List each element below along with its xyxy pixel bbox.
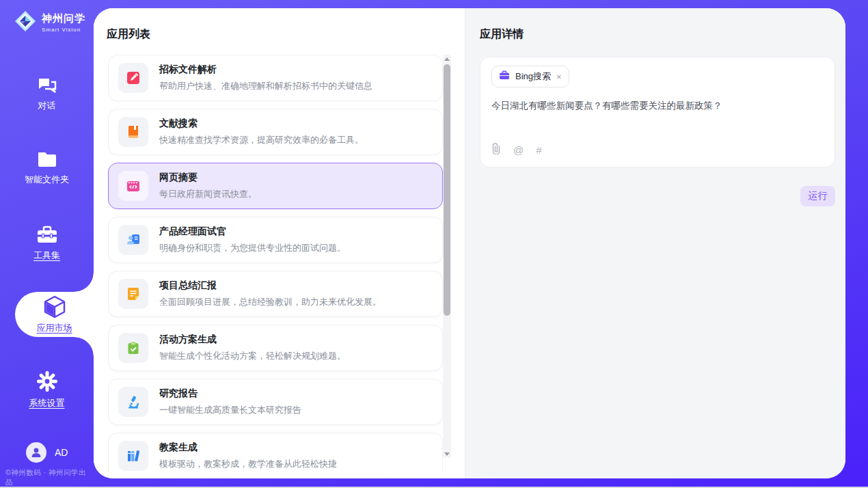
app-item-title: 产品经理面试官 xyxy=(159,226,346,238)
app-item-web-summary[interactable]: 网页摘要 每日政府新闻资讯快查。 xyxy=(108,163,443,209)
at-icon[interactable]: @ xyxy=(513,144,524,156)
sidebar-item-app-market[interactable]: 应用市场 xyxy=(15,292,94,337)
briefcase-icon xyxy=(499,70,510,83)
app-item-desc: 帮助用户快速、准确地理解和解析招标书中的关键信息 xyxy=(159,80,372,92)
attachment-toolbar: @ # xyxy=(491,143,542,157)
note-icon xyxy=(118,279,148,309)
microscope-icon xyxy=(118,387,148,417)
sidebar-item-label: 对话 xyxy=(0,100,94,112)
main-content: 应用列表 招标文件解析 帮助用户快速、准确地理解和解析招标书中的关键信息 xyxy=(94,8,845,478)
prompt-text[interactable]: 今日湖北有哪些新闻要点？有哪些需要关注的最新政策？ xyxy=(491,100,824,112)
app-list-panel: 应用列表 招标文件解析 帮助用户快速、准确地理解和解析招标书中的关键信息 xyxy=(94,8,465,478)
tool-chip-bing-search[interactable]: Bing搜索 × xyxy=(491,66,569,87)
app-item-title: 活动方案生成 xyxy=(159,334,346,346)
clipboard-check-icon xyxy=(118,333,148,363)
app-item-title: 研究报告 xyxy=(159,388,301,400)
app-list-scrollbar[interactable] xyxy=(443,55,451,458)
books-icon xyxy=(118,441,148,471)
book-icon xyxy=(118,117,148,147)
app-item-desc: 智能生成个性化活动方案，轻松解决规划难题。 xyxy=(159,350,346,362)
run-button[interactable]: 运行 xyxy=(800,186,835,206)
app-detail-title: 应用详情 xyxy=(480,27,524,42)
app-item-lesson-plan[interactable]: 教案生成 模板驱动，教案秒成，教学准备从此轻松快捷 xyxy=(108,433,443,472)
sidebar: 神州问学 Smart Vision 对话 智能文件夹 xyxy=(0,0,94,488)
avatar xyxy=(26,442,46,463)
app-item-desc: 全面回顾项目进展，总结经验教训，助力未来优化发展。 xyxy=(159,296,381,308)
app-item-pm-interviewer[interactable]: 产品经理面试官 明确身份和职责，为您提供专业性的面试问题。 xyxy=(108,217,443,263)
app-item-bid-document-parse[interactable]: 招标文件解析 帮助用户快速、准确地理解和解析招标书中的关键信息 xyxy=(108,55,443,101)
sidebar-item-chat[interactable]: 对话 xyxy=(0,77,94,112)
app-item-desc: 每日政府新闻资讯快查。 xyxy=(159,188,257,200)
copyright-text: ©神州数码 · 神州问学出品 xyxy=(5,468,94,487)
app-window: { "brand": { "name": "神州问学", "subtitle":… xyxy=(0,0,868,488)
app-item-title: 项目总结汇报 xyxy=(159,280,381,292)
app-item-title: 教案生成 xyxy=(159,442,337,454)
app-item-title: 文献搜索 xyxy=(159,118,364,130)
scroll-down-icon[interactable] xyxy=(443,450,451,458)
pen-square-icon xyxy=(118,63,148,93)
sidebar-item-toolset[interactable]: 工具集 xyxy=(0,226,94,262)
chat-icon xyxy=(0,77,94,94)
browser-code-icon xyxy=(118,171,148,201)
app-item-research-report[interactable]: 研究报告 一键智能生成高质量长文本研究报告 xyxy=(108,379,443,425)
app-detail-panel: 应用详情 Bing搜索 × 今日湖北有哪些新闻要点？有哪些需要关注的最新政策？ xyxy=(465,8,845,478)
close-icon[interactable]: × xyxy=(556,72,562,81)
sidebar-item-label: 工具集 xyxy=(0,249,94,262)
logo-diamond-icon xyxy=(14,10,37,36)
sidebar-item-label: 智能文件夹 xyxy=(0,174,94,186)
app-item-literature-search[interactable]: 文献搜索 快速精准查找学术资源，提高研究效率的必备工具。 xyxy=(108,109,443,155)
brand-logo: 神州问学 Smart Vision xyxy=(0,0,94,36)
app-list-title: 应用列表 xyxy=(107,27,150,42)
paperclip-icon[interactable] xyxy=(491,143,501,157)
sidebar-item-smart-folder[interactable]: 智能文件夹 xyxy=(0,152,94,186)
sidebar-item-label: 应用市场 xyxy=(15,322,94,334)
app-item-desc: 明确身份和职责，为您提供专业性的面试问题。 xyxy=(159,242,346,254)
tool-chip-label: Bing搜索 xyxy=(515,70,551,83)
user-account[interactable]: AD xyxy=(26,442,68,463)
brand-name: 神州问学 xyxy=(42,12,85,25)
gear-icon xyxy=(0,371,94,392)
app-item-project-summary[interactable]: 项目总结汇报 全面回顾项目进展，总结经验教训，助力未来优化发展。 xyxy=(108,271,443,317)
scrollbar-thumb[interactable] xyxy=(444,64,450,316)
scroll-up-icon[interactable] xyxy=(443,55,451,63)
app-item-title: 招标文件解析 xyxy=(159,64,372,76)
app-item-event-plan[interactable]: 活动方案生成 智能生成个性化活动方案，轻松解决规划难题。 xyxy=(108,325,443,371)
sidebar-item-settings[interactable]: 系统设置 xyxy=(0,371,94,409)
prompt-card[interactable]: Bing搜索 × 今日湖北有哪些新闻要点？有哪些需要关注的最新政策？ @ # xyxy=(480,57,835,167)
sidebar-item-label: 系统设置 xyxy=(0,397,94,409)
folder-icon xyxy=(0,152,94,168)
cube-icon xyxy=(15,295,94,319)
user-initials: AD xyxy=(55,447,68,458)
app-item-desc: 快速精准查找学术资源，提高研究效率的必备工具。 xyxy=(159,134,364,146)
brand-subtitle: Smart Vision xyxy=(42,27,85,33)
interviewer-icon xyxy=(118,225,148,255)
app-list: 招标文件解析 帮助用户快速、准确地理解和解析招标书中的关键信息 文献搜索 快速精… xyxy=(108,55,443,472)
app-item-desc: 模板驱动，教案秒成，教学准备从此轻松快捷 xyxy=(159,458,337,470)
hash-icon[interactable]: # xyxy=(536,144,541,156)
toolbox-icon xyxy=(0,226,94,244)
app-item-desc: 一键智能生成高质量长文本研究报告 xyxy=(159,404,301,416)
app-item-title: 网页摘要 xyxy=(159,172,257,184)
